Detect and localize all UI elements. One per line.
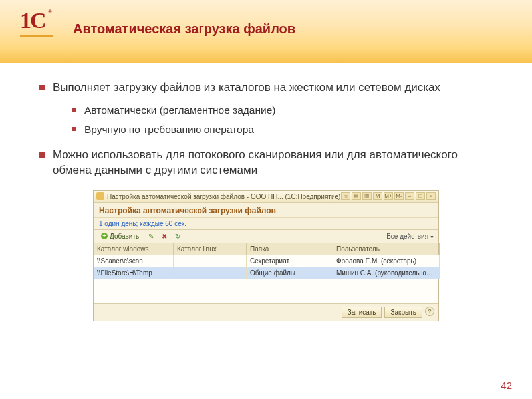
maximize-button[interactable]: □ <box>416 192 425 200</box>
table-empty-area <box>94 279 438 303</box>
table-row[interactable]: \\Scaner\c\scan Секретариат Фролова Е.М.… <box>94 255 438 267</box>
bullet-item: Можно использовать для потокового сканир… <box>37 148 495 178</box>
slide-header: 1С ® Автоматическая загрузка файлов <box>0 0 532 63</box>
trademark-icon: ® <box>48 9 51 14</box>
cell: Секретариат <box>247 255 333 267</box>
toolbar: + Добавить ✎ ✖ ↻ Все действия▼ <box>94 230 438 243</box>
favorite-button[interactable]: ☆ <box>341 192 350 200</box>
plus-icon: + <box>101 233 108 239</box>
slide: 1С ® Автоматическая загрузка файлов Выпо… <box>0 0 532 399</box>
cell <box>174 267 247 279</box>
slide-content: Выполняет загрузку файлов из каталогов н… <box>0 63 532 321</box>
bullet-text: Выполняет загрузку файлов из каталогов н… <box>53 81 440 94</box>
form-footer: Записать Закрыть ? <box>94 303 438 321</box>
toolbtn[interactable]: M- <box>394 192 404 200</box>
edit-button[interactable]: ✎ <box>146 231 156 241</box>
save-button[interactable]: Записать <box>342 307 382 318</box>
page-number: 42 <box>501 380 512 391</box>
window-title: Настройка автоматической загрузки файлов… <box>107 193 341 200</box>
app-icon <box>96 192 104 200</box>
toolbtn[interactable]: ▥ <box>362 192 372 200</box>
refresh-button[interactable]: ↻ <box>173 231 182 241</box>
cell: Мишин С.А. (руководитель юрид... <box>333 267 440 279</box>
col-header[interactable]: Папка <box>247 243 333 255</box>
col-header[interactable]: Каталог windows <box>94 243 174 255</box>
toolbtn[interactable]: M <box>373 192 382 200</box>
data-table: Каталог windows Каталог linux Папка Поль… <box>94 243 438 303</box>
window-buttons: ☆ ▤ ▥ M M+ M- – □ × <box>341 192 436 200</box>
logo-text: 1С <box>20 8 45 33</box>
logo: 1С ® <box>20 8 45 33</box>
cell: Общие файлы <box>247 267 333 279</box>
schedule-row: 1 один день; каждые 60 сек. <box>94 218 438 229</box>
slide-title: Автоматическая загрузка файлов <box>73 21 295 37</box>
bullet-list: Выполняет загрузку файлов из каталогов н… <box>37 80 495 178</box>
schedule-link[interactable]: 1 один день; каждые 60 сек. <box>99 220 186 227</box>
add-button[interactable]: + Добавить <box>98 231 142 241</box>
all-actions-menu[interactable]: Все действия▼ <box>386 233 434 240</box>
app-window: Настройка автоматической загрузки файлов… <box>93 190 439 321</box>
sub-bullet-item: Автоматически (регламентное задание) <box>71 104 495 118</box>
form-title: Настройка автоматической загрузки файлов <box>94 203 438 218</box>
cell: \\Scaner\c\scan <box>94 255 174 267</box>
add-label: Добавить <box>110 233 139 240</box>
logo-underline <box>20 35 53 37</box>
sub-bullet-list: Автоматически (регламентное задание) Вру… <box>71 104 495 137</box>
delete-button[interactable]: ✖ <box>160 231 169 241</box>
chevron-down-icon: ▼ <box>430 235 434 239</box>
col-header[interactable]: Каталог linux <box>174 243 247 255</box>
bullet-item: Выполняет загрузку файлов из каталогов н… <box>37 80 495 137</box>
help-button[interactable]: ? <box>425 307 434 316</box>
cell <box>174 255 247 267</box>
table-row[interactable]: \\FileStore\H\Temp Общие файлы Мишин С.А… <box>94 267 438 279</box>
table-header: Каталог windows Каталог linux Папка Поль… <box>94 243 438 255</box>
minimize-button[interactable]: – <box>405 192 414 200</box>
window-titlebar: Настройка автоматической загрузки файлов… <box>94 191 438 203</box>
close-form-button[interactable]: Закрыть <box>384 307 422 318</box>
close-button[interactable]: × <box>426 192 436 200</box>
cell: Фролова Е.М. (секретарь) <box>333 255 440 267</box>
cell: \\FileStore\H\Temp <box>94 267 174 279</box>
sub-bullet-item: Вручную по требованию оператора <box>71 123 495 137</box>
toolbtn[interactable]: ▤ <box>352 192 361 200</box>
toolbtn[interactable]: M+ <box>384 192 393 200</box>
col-header[interactable]: Пользователь <box>333 243 440 255</box>
